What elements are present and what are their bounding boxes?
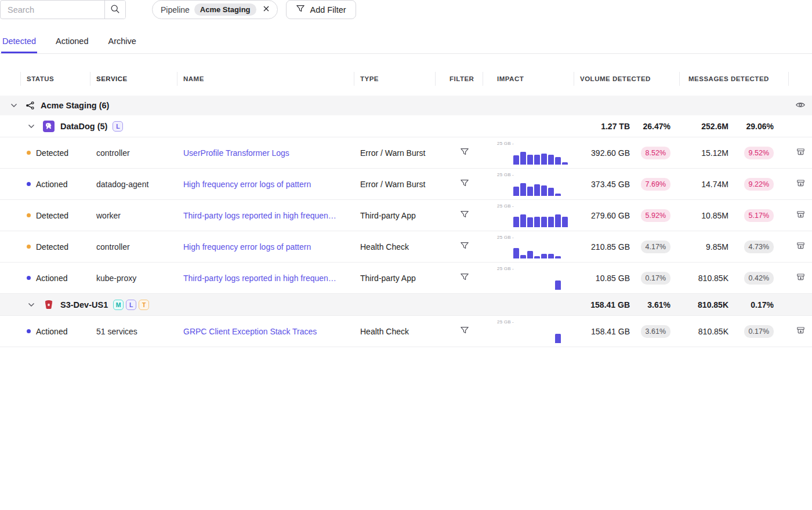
header-service: SERVICE	[90, 72, 177, 86]
impact-chart: 25 GB -	[483, 319, 574, 343]
volume-cell: 10.85 GB 0.17%	[574, 272, 680, 285]
header-filter: FILTER	[436, 72, 483, 86]
type-label: Health Check	[354, 242, 436, 252]
messages-value: 14.74M	[701, 180, 728, 189]
volume-pct: 3.61%	[647, 300, 670, 309]
status-label: Actioned	[36, 274, 67, 283]
funnel-icon	[460, 272, 469, 283]
type-label: Third-party App	[354, 274, 436, 283]
funnel-icon	[460, 178, 469, 190]
table-row[interactable]: Actioned kube-proxy Third-party logs rep…	[0, 263, 812, 294]
status-dot	[27, 213, 31, 217]
impact-chart: 25 GB -	[483, 235, 574, 258]
volume-pct-badge: 0.17%	[641, 272, 670, 285]
detection-name-link[interactable]: High frequency error logs of pattern	[183, 180, 311, 189]
status-cell: Actioned	[21, 327, 90, 336]
archive-icon	[796, 147, 806, 159]
status-dot	[27, 329, 31, 333]
row-filter-button[interactable]	[460, 326, 469, 337]
tab-detected[interactable]: Detected	[1, 37, 37, 53]
datadog-group-name: DataDog (5)	[60, 122, 107, 131]
type-label: Health Check	[354, 327, 436, 336]
group-row-s3[interactable]: S3-Dev-US1 M L T 158.41 GB 3.61% 810.85K…	[0, 294, 812, 316]
table-row[interactable]: Detected controller UserProfile Transfor…	[0, 137, 812, 169]
status-dot	[27, 182, 31, 186]
messages-pct-badge: 9.22%	[744, 178, 774, 191]
archive-button[interactable]	[795, 240, 807, 254]
archive-button[interactable]	[795, 209, 807, 223]
detection-name-link[interactable]: UserProfile Transformer Logs	[183, 148, 289, 158]
archive-icon	[796, 272, 806, 284]
header-messages-detected: MESSAGES DETECTED	[680, 72, 789, 86]
archive-button[interactable]	[795, 177, 807, 191]
volume-value: 279.60 GB	[591, 211, 630, 220]
header-type: TYPE	[354, 72, 436, 86]
volume-pct-badge: 4.17%	[641, 241, 670, 253]
row-filter-button[interactable]	[460, 178, 469, 190]
remove-filter-button[interactable]	[261, 3, 271, 16]
detection-name-link[interactable]: Third-party logs reported in high freque…	[183, 274, 336, 283]
header-indent	[0, 72, 21, 86]
archive-button[interactable]	[795, 271, 807, 285]
table-row[interactable]: Detected worker Third-party logs reporte…	[0, 200, 812, 231]
row-filter-button[interactable]	[460, 210, 469, 221]
status-label: Detected	[36, 148, 68, 158]
messages-value: 810.85K	[698, 300, 728, 309]
table-row[interactable]: Actioned datadog-agent High frequency er…	[0, 169, 812, 200]
tab-archive[interactable]: Archive	[107, 37, 137, 53]
detection-name-link[interactable]: Third-party logs reported in high freque…	[183, 211, 336, 220]
status-dot	[27, 151, 31, 155]
archive-button[interactable]	[795, 146, 807, 160]
service-label: controller	[90, 148, 177, 158]
funnel-icon	[460, 241, 469, 252]
collapse-chevron-icon[interactable]	[9, 101, 19, 110]
header-actions	[789, 72, 812, 86]
volume-value: 392.60 GB	[591, 148, 630, 158]
detection-name-link[interactable]: High frequency error logs of pattern	[183, 242, 311, 252]
collapse-chevron-icon[interactable]	[27, 300, 36, 309]
search-button[interactable]	[104, 1, 125, 19]
table-row[interactable]: Actioned 51 services GRPC Client Excepti…	[0, 316, 812, 347]
pipeline-group-row[interactable]: Acme Staging (6)	[0, 96, 812, 115]
volume-pct-badge: 8.52%	[641, 147, 670, 159]
impact-bars	[513, 241, 568, 258]
search-input[interactable]	[1, 1, 104, 19]
tab-actioned[interactable]: Actioned	[55, 37, 89, 53]
archive-button[interactable]	[795, 325, 807, 338]
impact-bars	[513, 326, 568, 343]
s3-group-left: S3-Dev-US1 M L T	[0, 299, 574, 311]
detection-name-link[interactable]: GRPC Client Exception Stack Traces	[183, 327, 317, 336]
type-label: Error / Warn Burst	[354, 148, 436, 158]
impact-bars	[513, 210, 568, 227]
pipeline-group-left: Acme Staging (6)	[0, 101, 789, 110]
header-status: STATUS	[21, 72, 90, 86]
chart-axis-label: 25 GB -	[497, 141, 568, 146]
messages-value: 252.6M	[701, 122, 728, 131]
watch-button[interactable]	[794, 99, 807, 113]
volume-value: 158.41 GB	[591, 327, 630, 336]
messages-pct-badge: 0.17%	[744, 325, 774, 338]
volume-value: 158.41 GB	[590, 300, 630, 309]
collapse-chevron-icon[interactable]	[27, 122, 36, 131]
status-label: Actioned	[36, 180, 67, 189]
row-filter-button[interactable]	[460, 241, 469, 252]
group-row-datadog[interactable]: DataDog (5) L 1.27 TB 26.47% 252.6M 29.0…	[0, 115, 812, 137]
badge-m: M	[113, 300, 124, 310]
s3-group-name: S3-Dev-US1	[60, 300, 108, 309]
impact-bars	[513, 272, 568, 290]
pipeline-icon	[26, 101, 35, 110]
table-row[interactable]: Detected controller High frequency error…	[0, 231, 812, 263]
pipeline-filter-chip[interactable]: Pipeline Acme Staging	[152, 0, 278, 19]
search-box	[0, 0, 126, 19]
row-filter-button[interactable]	[460, 272, 469, 283]
chart-axis-label: 25 GB -	[497, 266, 568, 271]
add-filter-button[interactable]: Add Filter	[286, 0, 356, 19]
detections-table: STATUS SERVICE NAME TYPE FILTER IMPACT V…	[0, 69, 812, 347]
messages-cell: 810.85K 0.17%	[680, 325, 789, 338]
funnel-icon	[460, 147, 469, 158]
row-filter-button[interactable]	[460, 147, 469, 158]
volume-value: 1.27 TB	[601, 122, 630, 131]
messages-pct-badge: 4.73%	[744, 241, 774, 253]
status-cell: Actioned	[21, 274, 90, 283]
tab-bar: Detected Actioned Archive	[0, 37, 812, 54]
